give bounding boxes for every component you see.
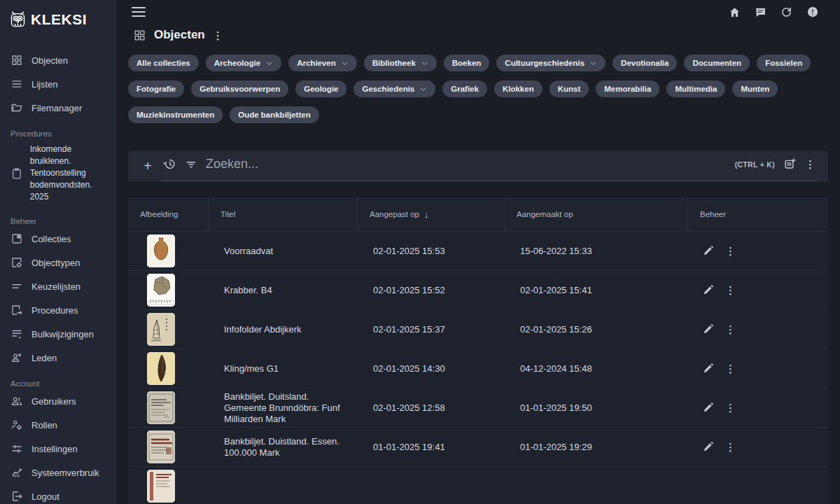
created-date [504, 467, 687, 504]
table-row[interactable]: Krabber. B4 02-01-2025 15:52 02-01-2025 … [128, 271, 828, 310]
column-header-aangemaakt-op[interactable]: Aangemaakt op [504, 197, 687, 231]
table-row[interactable]: Infofolder Abdijkerk 02-01-2025 15:37 02… [128, 310, 828, 349]
chip-label: Archieven [297, 59, 336, 67]
filter-chip-gebruiksvoorwerpen[interactable]: Gebruiksvoorwerpen [191, 80, 288, 97]
filter-chip-kunst[interactable]: Kunst [550, 80, 589, 97]
filter-chip-documenten[interactable]: Documenten [684, 55, 750, 71]
object-thumbnail[interactable] [147, 234, 175, 267]
sidebar-item-instellingen[interactable]: Instellingen [0, 437, 115, 461]
sidebar-item-objecten[interactable]: Objecten [0, 48, 115, 72]
sidebar-item-systeemverbruik[interactable]: Systeemverbruik [0, 461, 115, 484]
row-menu-icon[interactable]: ⋮ [725, 246, 736, 257]
sidebar-item-collecties[interactable]: Collecties [0, 227, 115, 251]
sidebar-item-lijsten[interactable]: Lijsten [0, 72, 115, 96]
sidebar-item-bulkwijzigingen[interactable]: Bulkwijzigingen [0, 322, 115, 346]
collection-filters: Alle collecties Archeologie Archieven Bi… [116, 43, 840, 123]
sidebar-item-label: Procedures [31, 305, 78, 316]
procedure-arrow-icon [10, 304, 23, 316]
chip-label: Fossielen [765, 59, 802, 67]
sidebar-item-logout[interactable]: Logout [0, 484, 115, 504]
topbar [116, 0, 840, 20]
grid-icon [133, 29, 146, 42]
menu-icon[interactable] [132, 4, 146, 20]
table-row[interactable]: Bankbiljet. Duitsland. Gemeente Brunndöb… [128, 388, 828, 428]
sidebar-item-gebruikers[interactable]: Gebruikers [0, 389, 115, 413]
filter-chip-alle-collecties[interactable]: Alle collecties [128, 55, 199, 71]
created-date: 04-12-2024 15:48 [504, 349, 687, 388]
table-row[interactable]: Voorraadvat 02-01-2025 15:53 15-06-2022 … [128, 232, 828, 271]
filter-chip-devotionalia[interactable]: Devotionalia [612, 55, 677, 71]
filter-chip-geschiedenis[interactable]: Geschiedenis [354, 80, 435, 97]
table-row[interactable]: Bankbiljet. Duistland. Essen. 100.000 Ma… [128, 428, 828, 467]
chip-label: Oude bankbiljetten [238, 111, 311, 119]
page-menu-icon[interactable]: ⋮ [213, 30, 223, 41]
table-row[interactable] [128, 467, 828, 504]
filter-chip-geologie[interactable]: Geologie [295, 80, 346, 97]
chip-label: Muziekinstrumenten [136, 111, 214, 119]
sidebar-item-filemanager[interactable]: Filemanager [0, 96, 115, 120]
object-thumbnail[interactable] [147, 352, 175, 385]
refresh-icon[interactable] [780, 6, 792, 18]
row-menu-icon[interactable]: ⋮ [725, 442, 736, 453]
column-header-titel[interactable]: Titel [208, 197, 357, 231]
filter-chip-memorabilia[interactable]: Memorabilia [596, 80, 659, 97]
alert-icon[interactable] [806, 6, 819, 18]
filter-chip-boeken[interactable]: Boeken [444, 55, 490, 71]
grid-icon [10, 54, 23, 66]
edit-icon[interactable] [702, 284, 714, 296]
filter-chip-fotografie[interactable]: Fotografie [128, 80, 184, 97]
row-menu-icon[interactable]: ⋮ [725, 324, 736, 335]
filter-icon[interactable] [185, 158, 197, 171]
sidebar-item-label: Logout [31, 491, 59, 502]
sidebar-item-leden[interactable]: Leden [0, 346, 115, 370]
search-input[interactable] [206, 157, 727, 172]
row-menu-icon[interactable]: ⋮ [725, 402, 736, 414]
section-label-account: Account [0, 370, 115, 389]
column-header-afbeelding[interactable]: Afbeelding [128, 197, 208, 231]
sidebar-item-objecttypen[interactable]: Objecttypen [0, 251, 115, 274]
filter-chip-muziekinstrumenten[interactable]: Muziekinstrumenten [128, 106, 223, 123]
filter-chip-archieven[interactable]: Archieven [288, 55, 357, 71]
edit-icon[interactable] [702, 245, 714, 257]
filter-chip-munten[interactable]: Munten [732, 80, 778, 97]
object-thumbnail[interactable] [147, 391, 175, 424]
search-menu-icon[interactable]: ⋮ [805, 159, 816, 169]
filter-chip-cultuurgeschiedenis[interactable]: Cultuurgeschiedenis [496, 55, 606, 71]
edit-icon[interactable] [702, 441, 714, 453]
sidebar-item-label: Inkomende bruiklenen. Tentoonstelling bo… [30, 144, 108, 203]
edit-icon[interactable] [702, 363, 714, 374]
sidebar-item-procedure-inkomende-bruiklenen[interactable]: Inkomende bruiklenen. Tentoonstelling bo… [0, 139, 115, 207]
chip-label: Boeken [452, 59, 482, 67]
column-header-beheer[interactable]: Beheer [687, 197, 828, 231]
search-history-icon[interactable] [163, 158, 176, 171]
object-thumbnail[interactable] [147, 470, 175, 503]
filter-chip-oude-bankbiljetten[interactable]: Oude bankbiljetten [230, 106, 319, 123]
filter-chip-fossielen[interactable]: Fossielen [757, 55, 811, 71]
page-title: Objecten [154, 28, 205, 42]
filter-chip-grafiek[interactable]: Grafiek [442, 80, 487, 97]
logo[interactable]: KLEKSI [0, 7, 115, 34]
edit-icon[interactable] [702, 323, 714, 335]
row-menu-icon[interactable]: ⋮ [725, 285, 736, 296]
sidebar-item-procedures[interactable]: Procedures [0, 298, 115, 322]
filter-chip-klokken[interactable]: Klokken [494, 80, 542, 97]
sidebar-item-rollen[interactable]: Rollen [0, 413, 115, 437]
object-thumbnail[interactable] [147, 430, 175, 463]
filter-chip-multimedia[interactable]: Multimedia [666, 80, 725, 97]
edit-icon[interactable] [702, 402, 714, 414]
column-header-aangepast-op[interactable]: Aangepast op↓ [357, 197, 504, 231]
row-menu-icon[interactable]: ⋮ [725, 363, 736, 374]
object-title: Infofolder Abdijkerk [208, 310, 357, 349]
object-thumbnail[interactable] [147, 274, 175, 307]
home-icon[interactable] [729, 6, 741, 18]
sidebar-item-keuzelijsten[interactable]: Keuzelijsten [0, 274, 115, 298]
filter-chip-archeologie[interactable]: Archeologie [206, 55, 281, 71]
created-date: 15-06-2022 15:33 [504, 232, 687, 270]
add-object-button[interactable]: + [135, 158, 160, 174]
table-row[interactable]: Kling/mes G1 02-01-2025 14:30 04-12-2024… [128, 349, 828, 388]
logout-icon [10, 490, 23, 503]
chat-icon[interactable] [755, 6, 766, 18]
save-search-icon[interactable] [783, 158, 797, 171]
object-thumbnail[interactable] [147, 313, 175, 346]
filter-chip-bibliotheek[interactable]: Bibliotheek [364, 55, 437, 71]
